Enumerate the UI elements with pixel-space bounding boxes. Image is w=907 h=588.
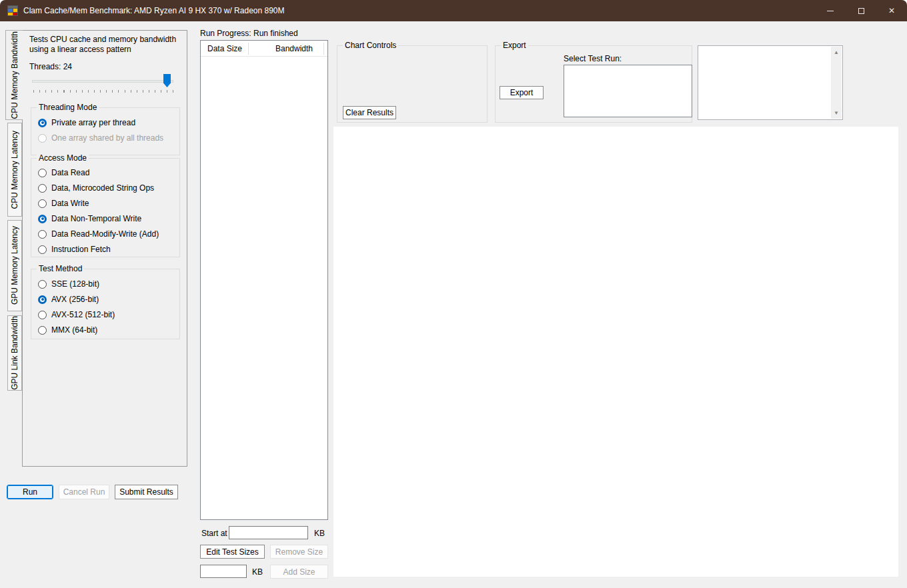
export-group: Export Export Select Test Run:: [495, 45, 692, 123]
kb-label-2: KB: [252, 567, 263, 577]
radio-icon: [38, 134, 47, 143]
column-divider[interactable]: [323, 43, 324, 55]
radio-label: MMX (64-bit): [51, 325, 97, 335]
scroll-down-icon[interactable]: ▼: [834, 107, 839, 119]
radio-private-array-per-thread[interactable]: Private array per thread: [38, 117, 135, 128]
radio-data-microcoded-string-ops[interactable]: Data, Microcoded String Ops: [38, 183, 154, 193]
add-size-input[interactable]: [200, 565, 247, 578]
tab-label: GPU Memory Latency: [10, 226, 19, 305]
chart-controls-title: Chart Controls: [343, 41, 398, 50]
threads-slider-thumb[interactable]: [163, 74, 171, 87]
radio-label: Private array per thread: [51, 118, 135, 127]
remove-size-button: Remove Size: [270, 545, 328, 559]
access-mode-title: Access Mode: [37, 153, 89, 163]
radio-label: Data Write: [51, 199, 89, 208]
radio-icon: [38, 245, 47, 254]
run-button[interactable]: Run: [7, 485, 53, 499]
radio-mmx-64-bit-[interactable]: MMX (64-bit): [38, 325, 97, 335]
export-title: Export: [501, 41, 528, 50]
radio-one-array-shared-by-all-threads: One array shared by all threads: [38, 133, 163, 143]
radio-avx-256-bit-[interactable]: AVX (256-bit): [38, 294, 99, 305]
submit-results-button[interactable]: Submit Results: [115, 485, 178, 499]
start-at-label: Start at: [201, 529, 227, 538]
test-run-listbox: [564, 65, 692, 117]
cancel-run-button: Cancel Run: [59, 485, 109, 499]
access-mode-group: Access Mode Data ReadData, Microcoded St…: [31, 158, 180, 257]
radio-icon: [38, 215, 47, 223]
minimize-button[interactable]: [815, 0, 846, 21]
radio-icon: [38, 326, 47, 335]
result-plot: [333, 127, 898, 577]
threading-mode-group: Threading Mode Private array per threadO…: [31, 107, 180, 155]
radio-label: One array shared by all threads: [51, 133, 163, 143]
log-box[interactable]: ▲ ▼: [698, 45, 843, 120]
chart-panel: [333, 127, 898, 577]
clear-results-button[interactable]: Clear Results: [343, 106, 396, 119]
tab-label: GPU Link Bandwidth: [10, 316, 19, 390]
log-scrollbar[interactable]: ▲ ▼: [831, 47, 842, 119]
tab-label: CPU Memory Latency: [10, 131, 19, 209]
settings-panel: Tests CPU cache and memory bandwidth usi…: [22, 30, 187, 467]
close-button[interactable]: ✕: [876, 0, 907, 21]
results-table-header: Data Size Bandwidth: [201, 41, 327, 57]
threading-mode-title: Threading Mode: [37, 103, 99, 112]
radio-label: AVX (256-bit): [51, 295, 99, 304]
scroll-up-icon[interactable]: ▲: [834, 47, 839, 58]
radio-avx-512-512-bit-[interactable]: AVX-512 (512-bit): [38, 309, 115, 320]
test-method-group: Test Method SSE (128-bit)AVX (256-bit)AV…: [31, 269, 180, 339]
radio-icon: [38, 119, 47, 127]
radio-icon: [38, 295, 47, 304]
test-method-title: Test Method: [37, 264, 84, 273]
radio-instruction-fetch[interactable]: Instruction Fetch: [38, 244, 111, 255]
app-icon: [7, 5, 18, 16]
radio-icon: [38, 169, 47, 177]
radio-label: SSE (128-bit): [51, 279, 99, 289]
radio-icon: [38, 184, 47, 193]
window-title: Clam Cache/Mem Benchmark: AMD Ryzen AI 9…: [23, 6, 285, 15]
radio-label: Data Read: [51, 168, 89, 177]
tab-gpu-link-bandwidth[interactable]: GPU Link Bandwidth: [7, 315, 22, 391]
start-at-input[interactable]: [229, 526, 308, 539]
app-window: Clam Cache/Mem Benchmark: AMD Ryzen AI 9…: [0, 0, 907, 588]
radio-label: Data, Microcoded String Ops: [51, 183, 154, 193]
maximize-button[interactable]: [846, 0, 876, 21]
threads-slider-track[interactable]: [32, 80, 173, 83]
results-table: Data Size Bandwidth: [200, 40, 328, 520]
threads-slider-ticks: [33, 90, 173, 93]
close-icon: ✕: [888, 7, 895, 15]
test-description: Tests CPU cache and memory bandwidth usi…: [29, 35, 184, 55]
run-progress-value: Run finished: [253, 29, 298, 38]
run-progress-label: Run Progress:: [200, 29, 251, 38]
radio-icon: [38, 199, 47, 208]
threads-label: Threads: 24: [29, 62, 72, 71]
tab-gpu-memory-latency[interactable]: GPU Memory Latency: [7, 220, 22, 311]
radio-icon: [38, 280, 47, 289]
export-button[interactable]: Export: [500, 86, 544, 99]
radio-label: Instruction Fetch: [51, 245, 111, 254]
tab-cpu-memory-latency[interactable]: CPU Memory Latency: [7, 123, 22, 217]
minimize-icon: [827, 11, 834, 11]
radio-data-write[interactable]: Data Write: [38, 198, 89, 209]
kb-label-1: KB: [314, 529, 325, 538]
select-test-run-label: Select Test Run:: [564, 54, 622, 63]
radio-label: AVX-512 (512-bit): [51, 310, 115, 319]
titlebar: Clam Cache/Mem Benchmark: AMD Ryzen AI 9…: [0, 0, 907, 21]
maximize-icon: [858, 8, 864, 14]
radio-label: Data Read-Modify-Write (Add): [51, 229, 159, 239]
edit-test-sizes-button[interactable]: Edit Test Sizes: [200, 545, 265, 559]
column-header-data-size[interactable]: Data Size: [207, 44, 242, 53]
radio-icon: [38, 230, 47, 239]
add-size-button: Add Size: [270, 565, 328, 579]
radio-sse-128-bit-[interactable]: SSE (128-bit): [38, 279, 99, 289]
tab-label: CPU Memory Bandwidth: [10, 31, 19, 119]
chart-controls-group: Chart Controls Clear Results: [337, 45, 488, 123]
radio-icon: [38, 311, 47, 319]
radio-data-read-modify-write-add-[interactable]: Data Read-Modify-Write (Add): [38, 229, 159, 239]
column-divider[interactable]: [248, 43, 249, 55]
radio-data-read[interactable]: Data Read: [38, 167, 89, 178]
column-header-bandwidth[interactable]: Bandwidth: [275, 44, 313, 53]
tab-cpu-memory-bandwidth[interactable]: CPU Memory Bandwidth: [5, 30, 23, 120]
radio-label: Data Non-Temporal Write: [51, 214, 141, 223]
radio-data-non-temporal-write[interactable]: Data Non-Temporal Write: [38, 213, 141, 224]
